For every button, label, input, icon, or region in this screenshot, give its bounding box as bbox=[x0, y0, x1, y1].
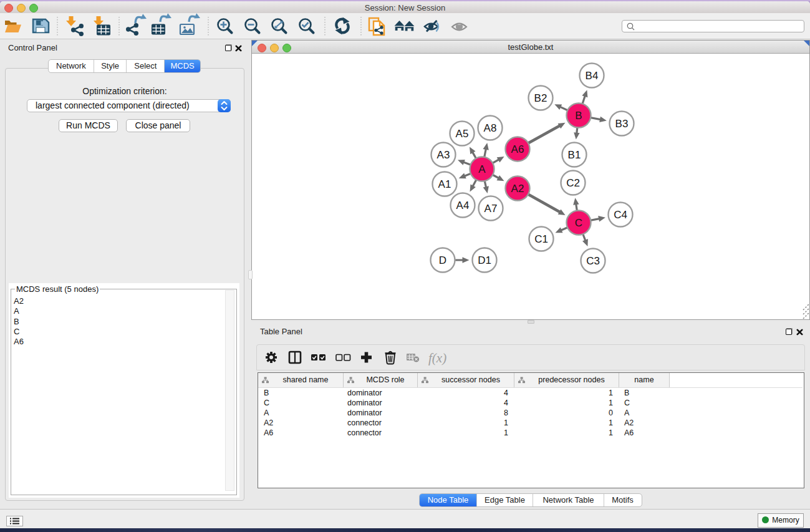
svg-text:D1: D1 bbox=[478, 254, 491, 266]
svg-text:C3: C3 bbox=[586, 255, 600, 267]
svg-text:C4: C4 bbox=[614, 209, 627, 221]
svg-text:B3: B3 bbox=[615, 118, 629, 130]
svg-text:B1: B1 bbox=[568, 149, 581, 161]
svg-text:A5: A5 bbox=[456, 128, 469, 140]
svg-text:C2: C2 bbox=[566, 177, 580, 189]
svg-text:A8: A8 bbox=[484, 122, 497, 134]
svg-text:B: B bbox=[575, 110, 582, 122]
svg-text:B4: B4 bbox=[586, 70, 599, 82]
svg-text:B2: B2 bbox=[534, 92, 547, 104]
svg-text:f(x): f(x) bbox=[428, 351, 446, 365]
svg-text:A1: A1 bbox=[438, 178, 451, 190]
svg-text:A7: A7 bbox=[485, 203, 498, 215]
svg-text:C: C bbox=[575, 217, 582, 229]
svg-text:A2: A2 bbox=[511, 183, 524, 195]
svg-text:A4: A4 bbox=[456, 200, 470, 211]
svg-text:A6: A6 bbox=[511, 143, 524, 155]
svg-text:A: A bbox=[478, 163, 486, 175]
svg-text:A3: A3 bbox=[437, 149, 450, 161]
svg-text:D: D bbox=[439, 254, 446, 266]
svg-text:C1: C1 bbox=[534, 233, 548, 245]
